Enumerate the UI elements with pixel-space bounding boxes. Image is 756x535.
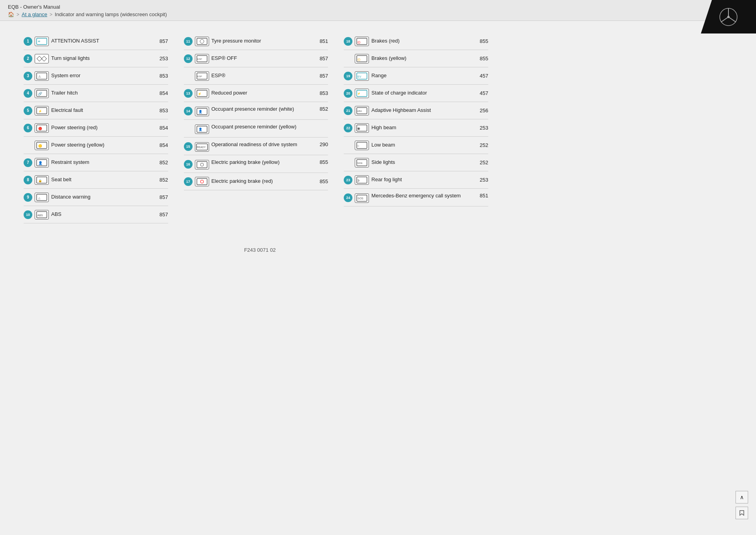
item-label: Electric parking brake (red) bbox=[211, 178, 312, 185]
item-icon: (() bbox=[355, 54, 369, 63]
list-item: ESP ESP® 857 bbox=[184, 67, 328, 85]
list-item: 18 (() Brakes (red) 855 bbox=[344, 33, 488, 50]
item-label: Electric parking brake (yellow) bbox=[211, 159, 312, 166]
item-icon: 🔒 bbox=[35, 175, 49, 185]
item-number: 7 bbox=[24, 158, 32, 167]
item-icon: ⚡ bbox=[195, 89, 209, 98]
column-1: 1 👁 ATTENTION ASSIST 857 2 Turn signal l… bbox=[24, 33, 176, 223]
column-3: 18 (() Brakes (red) 855 (() Brakes (yell… bbox=[336, 33, 496, 223]
list-item: 19 EV Range 457 bbox=[344, 67, 488, 85]
item-number: 19 bbox=[344, 72, 352, 80]
svg-text:ESP: ESP bbox=[197, 75, 202, 78]
item-label: Operational readiness of drive system bbox=[211, 141, 312, 148]
item-number bbox=[24, 141, 32, 150]
item-number bbox=[344, 141, 352, 150]
list-item: 7 👤 Restraint system 852 bbox=[24, 154, 168, 171]
svg-text:⚡: ⚡ bbox=[198, 92, 202, 96]
svg-text:🔒: 🔒 bbox=[38, 178, 42, 182]
item-page: 854 bbox=[154, 142, 168, 148]
svg-text:👤: 👤 bbox=[198, 127, 202, 131]
svg-text:⚡: ⚡ bbox=[38, 109, 42, 113]
item-icon: 🌫 bbox=[355, 175, 369, 185]
svg-text:EV: EV bbox=[358, 75, 361, 78]
item-page: 857 bbox=[154, 194, 168, 200]
item-label: Power steering (yellow) bbox=[51, 142, 152, 149]
list-item: 9 △ Distance warning 857 bbox=[24, 189, 168, 206]
home-icon[interactable]: 🏠 bbox=[8, 11, 14, 17]
list-item: 16 Electric parking brake (yellow) 855 bbox=[184, 155, 328, 173]
item-page: 857 bbox=[314, 56, 328, 61]
item-number: 17 bbox=[184, 177, 193, 186]
svg-rect-25 bbox=[197, 38, 207, 45]
svg-text:🔗: 🔗 bbox=[38, 91, 43, 96]
item-label: Turn signal lights bbox=[51, 55, 152, 62]
svg-line-3 bbox=[721, 17, 728, 22]
item-label: Reduced power bbox=[211, 90, 312, 97]
list-item: 1 👁 ATTENTION ASSIST 857 bbox=[24, 33, 168, 50]
item-icon bbox=[195, 37, 209, 46]
item-number: 21 bbox=[344, 106, 352, 115]
items-columns: 1 👁 ATTENTION ASSIST 857 2 Turn signal l… bbox=[24, 33, 496, 223]
item-label: Tyre pressure monitor bbox=[211, 38, 312, 45]
item-number: 20 bbox=[344, 89, 352, 98]
item-icon: ◉ bbox=[355, 123, 369, 133]
svg-text:ESP: ESP bbox=[197, 58, 202, 60]
breadcrumb-link1[interactable]: At a glance bbox=[22, 11, 47, 17]
item-icon: 👤 bbox=[35, 158, 49, 167]
item-label: ESP® OFF bbox=[211, 55, 312, 62]
list-item: 12 ESP ESP® OFF 857 bbox=[184, 50, 328, 67]
item-icon: ABS bbox=[35, 210, 49, 219]
list-item: 5 ⚡ Electrical fault 853 bbox=[24, 102, 168, 119]
item-icon: SIDE bbox=[355, 158, 369, 167]
item-icon: △ bbox=[35, 193, 49, 202]
item-label: Power steering (red) bbox=[51, 124, 152, 131]
item-page: 855 bbox=[474, 38, 488, 44]
list-item: 21 HBA Adaptive Highbeam Assist 256 bbox=[344, 102, 488, 119]
list-item: 17 Electric parking brake (red) 855 bbox=[184, 173, 328, 190]
item-page: 855 bbox=[474, 56, 488, 61]
item-label: Adaptive Highbeam Assist bbox=[371, 107, 472, 114]
item-number: 23 bbox=[344, 176, 352, 184]
svg-point-26 bbox=[200, 39, 204, 43]
item-label: Mercedes-Benz emergency call system bbox=[371, 193, 472, 199]
item-icon: ⚠ bbox=[35, 71, 49, 81]
item-icon: EV bbox=[355, 71, 369, 81]
item-number: 16 bbox=[184, 160, 193, 169]
item-icon: 🔴 bbox=[35, 123, 49, 133]
svg-text:READY: READY bbox=[197, 146, 206, 149]
item-number: 11 bbox=[184, 37, 193, 46]
page-header: EQB - Owner's Manual 🏠 > At a glance > I… bbox=[0, 0, 756, 21]
item-page: 851 bbox=[474, 193, 488, 199]
svg-text:👁: 👁 bbox=[38, 40, 41, 43]
main-content: 1 👁 ATTENTION ASSIST 857 2 Turn signal l… bbox=[0, 21, 512, 269]
item-page: 253 bbox=[154, 56, 168, 61]
list-item: 13 ⚡ Reduced power 853 bbox=[184, 85, 328, 102]
svg-line-2 bbox=[728, 17, 736, 22]
item-page: 854 bbox=[154, 90, 168, 96]
item-page: 256 bbox=[474, 108, 488, 113]
item-page: 857 bbox=[154, 212, 168, 217]
item-icon: 🟡 bbox=[35, 141, 49, 150]
breadcrumb: 🏠 > At a glance > Indicator and warning … bbox=[8, 11, 748, 17]
svg-text:ABS: ABS bbox=[37, 214, 43, 217]
item-label: Occupant presence reminder (yellow) bbox=[211, 124, 312, 130]
item-icon: 🔗 bbox=[35, 89, 49, 98]
item-page: 857 bbox=[314, 73, 328, 79]
item-number: 9 bbox=[24, 193, 32, 202]
svg-point-4 bbox=[727, 16, 730, 18]
item-icon: ESP bbox=[195, 71, 209, 81]
item-page: 253 bbox=[474, 177, 488, 183]
list-item: 22 ◉ High beam 253 bbox=[344, 119, 488, 137]
item-icon: ⚡ bbox=[35, 106, 49, 115]
svg-text:○: ○ bbox=[357, 144, 359, 148]
svg-point-42 bbox=[200, 180, 204, 183]
svg-text:🌫: 🌫 bbox=[357, 179, 360, 182]
item-number: 14 bbox=[184, 107, 193, 115]
item-number: 6 bbox=[24, 124, 32, 132]
svg-text:🟡: 🟡 bbox=[38, 144, 42, 148]
item-number: 1 bbox=[24, 37, 32, 46]
svg-text:⚡: ⚡ bbox=[357, 92, 361, 95]
item-number: 8 bbox=[24, 176, 32, 184]
svg-text:△: △ bbox=[38, 197, 41, 199]
item-icon bbox=[195, 160, 209, 169]
